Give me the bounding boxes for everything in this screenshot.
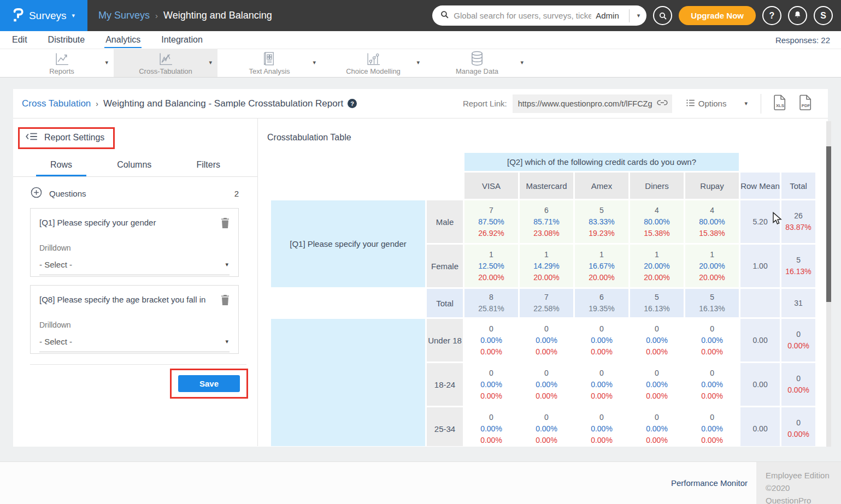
performance-monitor-link[interactable]: Performance Monitor <box>671 478 748 488</box>
data-cell: 00.00%0.00% <box>575 319 628 361</box>
tab-columns[interactable]: Columns <box>103 156 166 176</box>
column-header: Amex <box>575 173 628 199</box>
data-cell: 00.00%0.00% <box>685 363 739 406</box>
row-label-cell: 25-34 <box>427 407 463 446</box>
drilldown-select[interactable]: - Select -▾ <box>39 259 230 275</box>
survey-menu: EditDistributeAnalyticsIntegration Respo… <box>0 31 841 49</box>
cross-tabulation-link[interactable]: Cross Tabulation <box>22 98 91 109</box>
export-pdf-icon[interactable]: PDF <box>799 94 813 112</box>
row-mean-cell: 0.00 <box>740 363 780 406</box>
svg-text:PDF: PDF <box>802 103 810 108</box>
link-icon[interactable] <box>657 99 668 109</box>
tool-choice-modelling[interactable]: ▾Choice Modelling <box>321 49 425 77</box>
spacer-cell <box>740 153 780 171</box>
export-xls-icon[interactable]: XLS <box>773 94 787 112</box>
menu-item-distribute[interactable]: Distribute <box>47 32 86 48</box>
select-value: - Select - <box>39 337 72 346</box>
product-switcher[interactable]: Surveys ▾ <box>0 0 87 31</box>
questions-count: 2 <box>234 189 239 198</box>
copyright-line: ©2020 QuestionPro <box>766 482 836 504</box>
chevron-down-icon: ▾ <box>225 339 228 345</box>
total-row-cell: 516.13% <box>685 289 739 317</box>
row-question-cell <box>271 319 425 446</box>
row-total-cell: 00.00% <box>781 319 815 361</box>
crosstab-table: [Q2] which of the following credit cards… <box>269 151 817 446</box>
drilldown-select[interactable]: - Select -▾ <box>39 336 230 352</box>
menu-item-edit[interactable]: Edit <box>11 32 28 48</box>
trash-icon[interactable] <box>221 295 230 307</box>
data-cell: 480.00%15.38% <box>630 200 684 243</box>
product-name: Surveys <box>29 10 67 22</box>
row-total-cell: 516.13% <box>781 245 815 287</box>
table-title: Crosstabulation Table <box>267 133 351 143</box>
drilldown-label: Drilldown <box>39 321 230 329</box>
tool-label: Choice Modelling <box>346 67 401 75</box>
report-settings-label: Report Settings <box>44 133 104 143</box>
chevron-down-icon: ▾ <box>225 262 228 268</box>
page-footer: Performance Monitor Employee Edition ©20… <box>0 461 841 504</box>
spacer-cell <box>271 173 463 199</box>
question-text: [Q8] Please specify the age bracket you … <box>39 295 221 304</box>
column-header: Rupay <box>685 173 739 199</box>
report-link-url[interactable]: https://www.questionpro.com/t/lFFCZg <box>518 99 654 108</box>
spacer-cell <box>271 289 425 317</box>
data-cell: 120.00%20.00% <box>630 245 684 287</box>
account-avatar[interactable]: S <box>814 6 833 25</box>
search-scope-dropdown[interactable]: ▾ <box>637 13 640 19</box>
report-settings-toggle[interactable]: Report Settings <box>18 127 115 149</box>
breadcrumb-my-surveys[interactable]: My Surveys <box>98 10 150 21</box>
menu-items: EditDistributeAnalyticsIntegration <box>11 32 222 48</box>
search-submit-button[interactable] <box>653 6 672 25</box>
help-button[interactable]: ? <box>762 6 781 25</box>
report-help-icon[interactable]: ? <box>348 99 357 108</box>
tool-manage-data[interactable]: ▾Manage Data <box>425 49 529 77</box>
tab-rows[interactable]: Rows <box>36 156 86 176</box>
tool-text-analysis[interactable]: ▾Text Analysis <box>217 49 321 77</box>
collapse-panel-icon <box>25 132 38 143</box>
vertical-scrollbar[interactable] <box>826 121 831 447</box>
total-row-cell: 722.58% <box>520 289 573 317</box>
divider <box>30 364 246 365</box>
tool-reports[interactable]: ▾Reports <box>10 49 114 77</box>
tab-filters[interactable]: Filters <box>182 156 234 176</box>
edition-line: Employee Edition <box>766 469 836 482</box>
list-icon <box>686 99 695 108</box>
row-mean-header: Row Mean <box>740 173 780 199</box>
analytics-toolbar: ▾Reports▾Cross-Tabulation▾Text Analysis▾… <box>0 49 841 78</box>
menu-item-analytics[interactable]: Analytics <box>104 32 142 48</box>
chevron-down-icon: ▾ <box>313 59 316 66</box>
data-cell: 685.71%23.08% <box>520 200 573 243</box>
select-value: - Select - <box>39 260 72 269</box>
database-icon <box>470 51 484 66</box>
report-link-box[interactable]: https://www.questionpro.com/t/lFFCZg <box>513 94 672 113</box>
chevron-down-icon: ▾ <box>72 13 75 19</box>
text-analysis-icon <box>263 51 276 66</box>
column-question-header: [Q2] which of the following credit cards… <box>464 153 739 171</box>
options-label: Options <box>698 99 727 108</box>
data-cell: 00.00%0.00% <box>685 319 739 361</box>
data-cell: 00.00%0.00% <box>685 407 739 446</box>
trash-icon[interactable] <box>221 218 230 230</box>
data-cell: 00.00%0.00% <box>630 363 684 406</box>
notifications-button[interactable] <box>788 6 807 25</box>
save-button[interactable]: Save <box>178 375 240 392</box>
report-header: Cross Tabulation › Weighting and Balanci… <box>13 89 828 118</box>
report-settings-panel: Report Settings RowsColumnsFilters Quest… <box>13 118 258 446</box>
tool-label: Manage Data <box>456 67 498 75</box>
top-header: Surveys ▾ My Surveys › Weighting and Bal… <box>0 0 841 31</box>
tool-label: Cross-Tabulation <box>139 67 192 75</box>
row-mean-cell: 1.00 <box>740 245 780 287</box>
upgrade-now-button[interactable]: Upgrade Now <box>679 6 756 25</box>
menu-item-integration[interactable]: Integration <box>160 32 204 48</box>
drilldown-label: Drilldown <box>39 244 230 252</box>
data-cell: 787.50%26.92% <box>464 200 518 243</box>
row-mean-cell <box>740 289 780 317</box>
options-dropdown[interactable]: Options ▾ <box>686 99 748 108</box>
search-scope-label: Admin <box>596 11 619 20</box>
chevron-down-icon: ▾ <box>416 59 420 66</box>
add-question-icon[interactable] <box>31 187 42 200</box>
scrollbar-thumb[interactable] <box>826 146 831 302</box>
search-input[interactable] <box>454 11 591 20</box>
tool-cross-tabulation[interactable]: ▾Cross-Tabulation <box>114 49 217 77</box>
chevron-down-icon: ▾ <box>520 59 524 66</box>
